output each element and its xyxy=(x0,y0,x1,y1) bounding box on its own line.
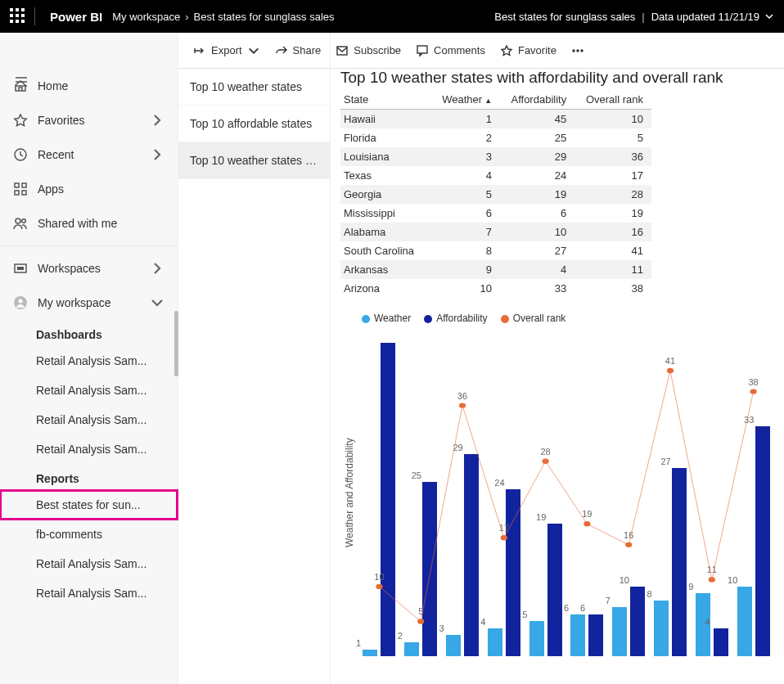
y-axis-label: Weather and Affordability xyxy=(340,329,358,656)
breadcrumb-workspace[interactable]: My workspace xyxy=(112,11,180,23)
svg-rect-11 xyxy=(22,183,26,187)
people-icon xyxy=(13,216,28,231)
svg-rect-3 xyxy=(10,14,13,17)
line-point[interactable] xyxy=(501,535,507,540)
svg-rect-12 xyxy=(15,191,19,195)
column-header[interactable]: Overall rank xyxy=(574,90,651,110)
table-row[interactable]: Florida2255 xyxy=(340,128,651,147)
workspace-item[interactable]: Retail Analysis Sam... xyxy=(0,405,178,434)
table-row[interactable]: Arizona103338 xyxy=(340,279,651,298)
legend-item[interactable]: Overall rank xyxy=(501,313,566,324)
line-point[interactable] xyxy=(543,459,549,464)
chart[interactable]: Weather and Affordability 14510225532936… xyxy=(340,329,774,656)
legend-item[interactable]: Affordability xyxy=(424,313,487,324)
table-row[interactable]: Alabama71016 xyxy=(340,223,651,241)
hamburger-icon[interactable] xyxy=(11,72,31,92)
column-header[interactable]: State xyxy=(340,90,432,110)
nav-item-label: Home xyxy=(38,79,68,92)
legend-item[interactable]: Weather xyxy=(362,313,411,324)
chevron-right-icon xyxy=(150,295,164,310)
table-row[interactable]: Mississippi6619 xyxy=(340,204,651,223)
nav-favorites[interactable]: Favorites xyxy=(0,103,178,137)
report-page-tab[interactable]: Top 10 weather states xyxy=(178,69,330,106)
column-header[interactable]: Weather▲ xyxy=(432,90,500,110)
nav-shared-with-me[interactable]: Shared with me xyxy=(0,206,178,241)
table-row[interactable]: South Carolina82741 xyxy=(340,241,651,260)
svg-rect-4 xyxy=(16,14,19,17)
svg-rect-7 xyxy=(16,20,19,23)
svg-rect-0 xyxy=(10,8,13,11)
table-row[interactable]: Arkansas9411 xyxy=(340,260,651,279)
table-row[interactable]: Louisiana32936 xyxy=(340,147,651,166)
nav-item-label: Workspaces xyxy=(38,262,101,275)
workspace-item[interactable]: Retail Analysis Sam... xyxy=(0,549,178,578)
chevron-right-icon: › xyxy=(185,11,188,23)
line-point[interactable] xyxy=(583,521,590,526)
workspace-item[interactable]: Retail Analysis Sam... xyxy=(0,578,178,608)
column-header[interactable]: Affordability xyxy=(500,90,574,110)
visual-title: Top 10 weather states with affordability… xyxy=(340,69,774,87)
line-point[interactable] xyxy=(667,368,674,373)
report-page-tab[interactable]: Top 10 affordable states xyxy=(178,106,330,142)
person-circle-icon xyxy=(13,295,28,310)
nav-item-label: Favorites xyxy=(38,114,85,127)
svg-rect-8 xyxy=(21,20,25,23)
table-row[interactable]: Texas42417 xyxy=(340,166,651,185)
line-point[interactable] xyxy=(376,584,382,589)
brand-label: Power BI xyxy=(50,10,102,24)
chevron-right-icon xyxy=(150,113,164,128)
scrollbar-thumb[interactable] xyxy=(174,311,178,376)
svg-rect-1 xyxy=(16,8,19,11)
nav-item-label: Shared with me xyxy=(38,217,117,230)
report-title: Best states for sunglass sales xyxy=(494,11,635,23)
workspaces-icon xyxy=(13,261,28,276)
svg-rect-10 xyxy=(15,183,19,187)
breadcrumb-report[interactable]: Best states for sunglass sales xyxy=(194,11,335,23)
left-nav: HomeFavoritesRecentAppsShared with meWor… xyxy=(0,33,178,684)
svg-point-14 xyxy=(16,218,20,223)
top-bar: Power BI My workspace › Best states for … xyxy=(0,0,784,33)
nav-apps[interactable]: Apps xyxy=(0,172,178,206)
chevron-down-icon xyxy=(764,11,774,21)
nav-item-label: My workspace xyxy=(38,296,110,309)
report-canvas: Top 10 weather states with affordability… xyxy=(331,33,784,684)
table-row[interactable]: Hawaii14510 xyxy=(340,110,651,129)
svg-rect-17 xyxy=(17,267,24,270)
table-row[interactable]: Georgia51928 xyxy=(340,185,651,204)
svg-point-19 xyxy=(19,299,23,304)
nav-item-label: Recent xyxy=(38,148,74,161)
line-point[interactable] xyxy=(750,389,757,394)
chevron-right-icon xyxy=(150,147,164,162)
data-table[interactable]: StateWeather▲AffordabilityOverall rank H… xyxy=(340,90,651,298)
svg-point-15 xyxy=(22,219,26,223)
workspace-item[interactable]: Retail Analysis Sam... xyxy=(0,346,178,376)
workspace-item[interactable]: Retail Analysis Sam... xyxy=(0,434,178,464)
line-point[interactable] xyxy=(709,577,715,582)
workspace-item[interactable]: Best states for sun... xyxy=(0,490,178,520)
clock-icon xyxy=(13,147,28,162)
report-page-tab[interactable]: Top 10 weather states w... xyxy=(178,142,330,179)
data-updated-dropdown[interactable]: Data updated 11/21/19 xyxy=(651,11,774,23)
report-tabs: Top 10 weather statesTop 10 affordable s… xyxy=(178,33,331,684)
app-launcher-icon[interactable] xyxy=(10,8,25,25)
line-point[interactable] xyxy=(417,619,424,623)
apps-icon xyxy=(13,182,28,196)
svg-rect-2 xyxy=(21,8,25,11)
workspace-item[interactable]: fb-comments xyxy=(0,520,178,549)
svg-rect-6 xyxy=(10,20,13,23)
svg-rect-13 xyxy=(22,191,26,195)
nav-item-label: Apps xyxy=(38,182,64,196)
workspace-section-dashboards: Dashboards xyxy=(0,320,178,346)
chart-legend: WeatherAffordabilityOverall rank xyxy=(362,313,774,324)
nav-workspaces[interactable]: Workspaces xyxy=(0,251,178,286)
svg-rect-5 xyxy=(21,14,25,17)
star-icon xyxy=(13,113,28,128)
overall-rank-line[interactable] xyxy=(379,371,753,621)
line-point[interactable] xyxy=(459,403,466,407)
nav-recent[interactable]: Recent xyxy=(0,137,178,172)
nav-my-workspace[interactable]: My workspace xyxy=(0,286,178,320)
data-updated-label: Data updated 11/21/19 xyxy=(651,11,759,23)
workspace-section-reports: Reports xyxy=(0,464,178,490)
workspace-item[interactable]: Retail Analysis Sam... xyxy=(0,376,178,405)
line-point[interactable] xyxy=(625,542,632,547)
